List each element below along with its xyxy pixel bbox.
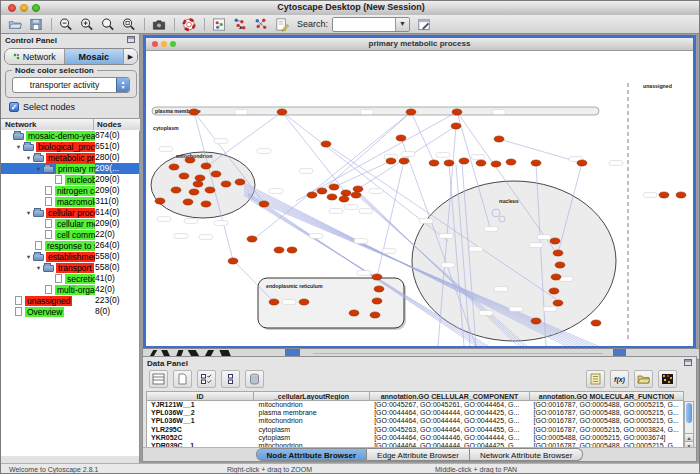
- network-node[interactable]: [351, 192, 361, 198]
- network-node[interactable]: [269, 299, 279, 305]
- expand-arrow-icon[interactable]: ▼: [14, 144, 23, 150]
- network-node[interactable]: [531, 318, 541, 324]
- tab-network-attribute-browser[interactable]: Network Attribute Browser: [470, 448, 583, 461]
- network-node[interactable]: [299, 299, 309, 305]
- unselect-attributes-icon[interactable]: [221, 370, 240, 388]
- network-node[interactable]: [183, 199, 193, 205]
- network-node[interactable]: [444, 160, 454, 166]
- network-node[interactable]: [531, 160, 541, 166]
- network-node[interactable]: [349, 310, 359, 316]
- zoom-fit-icon[interactable]: [100, 17, 116, 32]
- network-node[interactable]: [553, 300, 563, 306]
- annotation-icon[interactable]: [274, 17, 290, 32]
- expand-arrow-icon[interactable]: ▼: [24, 254, 33, 260]
- network-node[interactable]: [247, 236, 257, 242]
- table-row[interactable]: YKR052Ccytoplasm[GO:0044464, GO:0044446,…: [147, 434, 683, 442]
- zoom-out-icon[interactable]: [58, 17, 74, 32]
- expand-arrow-icon[interactable]: ▼: [34, 265, 43, 271]
- network-node[interactable]: [339, 196, 349, 202]
- tree-row[interactable]: response to stimulu264(0): [1, 240, 139, 251]
- function-builder-icon[interactable]: f(x): [610, 370, 629, 388]
- layout-nodes-icon[interactable]: [232, 17, 248, 32]
- network-node[interactable]: [341, 190, 351, 196]
- attribute-list-icon[interactable]: [586, 370, 605, 388]
- table-column-header[interactable]: ID: [146, 391, 254, 401]
- overview-icon[interactable]: [211, 17, 227, 32]
- tree-row[interactable]: nucleobase-209(0): [1, 174, 139, 185]
- tree-row[interactable]: ▼establishment of lo558(0): [1, 251, 139, 262]
- network-node[interactable]: [321, 141, 331, 147]
- network-node[interactable]: [494, 136, 504, 142]
- network-node[interactable]: [171, 187, 181, 193]
- network-node[interactable]: [491, 161, 501, 167]
- tree-row[interactable]: ▼transport558(0): [1, 262, 139, 273]
- network-node[interactable]: [386, 158, 396, 164]
- tree-row[interactable]: cellular metabo209(0): [1, 218, 139, 229]
- network-node[interactable]: [506, 159, 516, 165]
- network-node[interactable]: [353, 186, 363, 192]
- network-node[interactable]: [374, 286, 384, 292]
- table-scrollbar[interactable]: ▲ ▼: [684, 401, 694, 451]
- expand-arrow-icon[interactable]: ▼: [34, 166, 43, 172]
- network-node[interactable]: [406, 109, 416, 115]
- network-node[interactable]: [396, 135, 406, 141]
- network-node[interactable]: [201, 163, 211, 169]
- tree-row[interactable]: macromolecule311(0): [1, 196, 139, 207]
- tree-row[interactable]: ▼cellular process614(0): [1, 207, 139, 218]
- tree-row[interactable]: nitrogen compo209(0): [1, 185, 139, 196]
- network-node[interactable]: [189, 109, 199, 115]
- table-row[interactable]: YLR295Ccytoplasm[GO:0045263, GO:0044464,…: [147, 426, 683, 434]
- float-panel-icon[interactable]: [127, 36, 135, 43]
- tab-node-attribute-browser[interactable]: Node Attribute Browser: [256, 448, 368, 461]
- network-node[interactable]: [211, 171, 221, 177]
- network-node[interactable]: [221, 181, 231, 187]
- node-color-dropdown[interactable]: transporter activity ▲▼: [12, 77, 130, 93]
- tree-row[interactable]: cell communicat22(0): [1, 229, 139, 240]
- expand-arrow-icon[interactable]: ▼: [24, 210, 33, 216]
- attribute-editor-icon[interactable]: [416, 17, 432, 32]
- tree-row[interactable]: Overview8(0): [1, 306, 139, 317]
- tab-overflow-button[interactable]: ▶: [124, 49, 137, 64]
- network-node[interactable]: [451, 123, 461, 129]
- search-dropdown-button[interactable]: ▼: [395, 18, 409, 31]
- network-node[interactable]: [551, 274, 561, 280]
- delete-attribute-icon[interactable]: [245, 370, 264, 388]
- network-node[interactable]: [459, 158, 469, 164]
- network-node[interactable]: [577, 160, 587, 166]
- network-node[interactable]: [317, 188, 327, 194]
- network-node[interactable]: [277, 109, 287, 115]
- table-column-header[interactable]: annotation.GO CELLULAR_COMPONENT: [370, 391, 530, 401]
- network-node[interactable]: [169, 164, 179, 170]
- network-node[interactable]: [429, 160, 439, 166]
- table-column-header[interactable]: annotation.GO MOLECULAR_FUNCTION: [530, 391, 684, 401]
- network-canvas[interactable]: plasma membranecytoplasmmitochondrionnuc…: [146, 51, 693, 346]
- select-attributes-icon[interactable]: [197, 370, 216, 388]
- network-node[interactable]: [549, 288, 559, 294]
- network-node[interactable]: [550, 238, 560, 244]
- zoom-in-icon[interactable]: [79, 17, 95, 32]
- network-node[interactable]: [205, 187, 215, 193]
- layout-edges-icon[interactable]: [253, 17, 269, 32]
- network-node[interactable]: [370, 312, 380, 318]
- network-node[interactable]: [555, 262, 565, 268]
- show-table-icon[interactable]: [149, 370, 168, 388]
- tab-edge-attribute-browser[interactable]: Edge Attribute Browser: [367, 448, 470, 461]
- tree-row[interactable]: multi-organism pro42(0): [1, 284, 139, 295]
- network-node[interactable]: [195, 175, 205, 181]
- network-node[interactable]: [287, 247, 297, 253]
- network-node[interactable]: [327, 194, 337, 200]
- scrollbar-thumb[interactable]: [686, 403, 692, 423]
- help-icon[interactable]: [181, 17, 197, 32]
- network-node[interactable]: [591, 320, 601, 326]
- select-nodes-checkbox[interactable]: ✓: [9, 102, 19, 112]
- network-node[interactable]: [399, 158, 409, 164]
- tree-row[interactable]: ▼biological_process651(0): [1, 141, 139, 152]
- network-node[interactable]: [372, 298, 382, 304]
- tab-mosaic[interactable]: Mosaic: [65, 49, 125, 64]
- network-node[interactable]: [179, 173, 189, 179]
- tree-row[interactable]: mosaic-demo-yeast874(0): [1, 130, 139, 141]
- network-node[interactable]: [452, 109, 462, 115]
- float-panel-icon[interactable]: [684, 359, 692, 366]
- network-node[interactable]: [329, 184, 339, 190]
- zoom-region-icon[interactable]: [121, 17, 137, 32]
